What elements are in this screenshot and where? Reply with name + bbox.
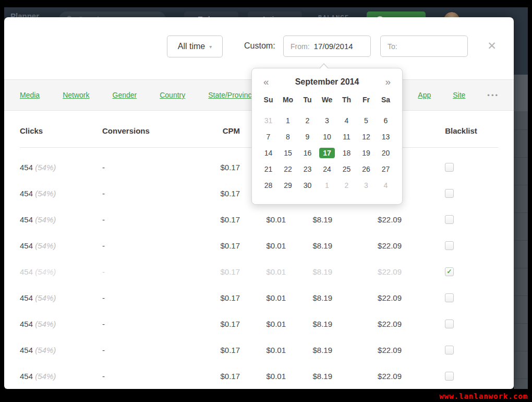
cell-conversions: - [102, 337, 105, 363]
table-row: 454 (54%)-$0.17$0.01$8.19$22.09 [4, 233, 514, 259]
blacklist-checkbox[interactable] [445, 215, 454, 224]
calendar-day[interactable]: 22 [278, 161, 298, 177]
blacklist-checkbox[interactable] [445, 372, 454, 381]
cell-money-value: $0.17 [188, 233, 240, 259]
blacklist-checkbox[interactable] [445, 189, 454, 198]
tab-media[interactable]: Media [20, 91, 40, 99]
calendar-day[interactable]: 20 [376, 145, 396, 161]
custom-label: Custom: [244, 41, 275, 51]
cell-money-value: $0.17 [188, 181, 240, 207]
blacklist-checkbox[interactable] [445, 320, 454, 328]
calendar-day[interactable]: 14 [259, 145, 279, 161]
table-row: 454 (54%)-$0.17$0.01$8.19$22.09 [4, 337, 514, 363]
cell-money-value: $0.01 [234, 207, 286, 233]
weekday-label: Su [259, 92, 279, 107]
cell-money-value: $0.01 [234, 233, 286, 259]
cell-clicks: 454 (54%) [20, 285, 56, 311]
cell-clicks-percent: (54%) [35, 189, 56, 198]
blacklist-checkbox[interactable] [445, 293, 454, 302]
column-header-blacklist: Blacklist [435, 126, 487, 135]
calendar-day[interactable]: 29 [278, 177, 298, 193]
calendar-day[interactable]: 30 [298, 177, 318, 193]
weekday-label: Fr [356, 92, 376, 107]
chevron-down-icon: ▾ [209, 44, 212, 50]
calendar-day[interactable]: 31 [259, 112, 279, 128]
table-row: 454 (54%)-$0.17$0.01$8.19$22.09 [4, 311, 514, 337]
prev-month-icon[interactable]: « [263, 77, 269, 87]
cell-clicks-percent: (54%) [35, 215, 56, 224]
tab-gender[interactable]: Gender [113, 91, 137, 99]
calendar-day[interactable]: 25 [337, 161, 357, 177]
calendar-month-title: September 2014 [269, 77, 385, 87]
blacklist-checkbox[interactable] [445, 163, 454, 172]
calendar-day[interactable]: 24 [317, 161, 337, 177]
calendar-day[interactable]: 15 [278, 145, 298, 161]
cell-money-value: $0.17 [188, 311, 240, 337]
tab-country[interactable]: Country [160, 91, 185, 99]
calendar-day[interactable]: 9 [298, 128, 318, 145]
table-row: 454 (54%)-$0.17$0.01$8.19$22.09 [4, 285, 514, 311]
calendar-day[interactable]: 1 [278, 112, 298, 128]
calendar-day[interactable]: 12 [356, 128, 376, 145]
tab-network[interactable]: Network [63, 91, 89, 99]
calendar-day[interactable]: 4 [376, 177, 396, 193]
calendar-day-grid: 3112345678910111213141516171819202122232… [252, 112, 402, 193]
cell-money-value: $8.19 [280, 363, 332, 389]
calendar-day-selected[interactable]: 17 [317, 145, 337, 161]
calendar-day[interactable]: 23 [298, 161, 318, 177]
column-header-clicks: Clicks [20, 126, 43, 135]
calendar-day[interactable]: 27 [376, 161, 396, 177]
cell-money-value: $8.19 [280, 233, 332, 259]
cell-clicks-percent: (54%) [35, 293, 56, 302]
weekday-label: Sa [376, 92, 396, 107]
blacklist-checkbox-checked[interactable]: ✓ [445, 267, 454, 276]
blacklist-checkbox[interactable] [445, 346, 454, 354]
calendar-day[interactable]: 2 [337, 177, 357, 193]
calendar-day[interactable]: 21 [259, 161, 279, 177]
close-icon[interactable]: ✕ [485, 39, 499, 53]
cell-money-value: $0.17 [188, 337, 240, 363]
calendar-day[interactable]: 13 [376, 128, 396, 145]
calendar-day[interactable]: 28 [259, 177, 279, 193]
cell-money-value: $22.09 [349, 285, 402, 311]
cell-money-value: $0.17 [188, 363, 240, 389]
next-month-icon[interactable]: » [385, 77, 391, 87]
calendar-day[interactable]: 3 [317, 112, 337, 128]
tab-state-province[interactable]: State/Province [208, 91, 256, 99]
weekday-label: Th [337, 92, 357, 107]
calendar-day[interactable]: 4 [337, 112, 357, 128]
calendar-day[interactable]: 26 [356, 161, 376, 177]
from-date-input[interactable]: From: 17/09/2014 [283, 36, 371, 57]
calendar-day[interactable]: 3 [356, 177, 376, 193]
calendar-day[interactable]: 11 [337, 128, 357, 145]
cell-conversions: - [102, 259, 105, 285]
cell-clicks: 454 (54%) [20, 233, 56, 259]
cell-conversions: - [102, 155, 105, 181]
cell-money-value: $0.17 [188, 155, 240, 181]
calendar-day[interactable]: 1 [317, 177, 337, 193]
cell-clicks: 454 (54%) [20, 207, 56, 233]
calendar-day[interactable]: 19 [356, 145, 376, 161]
calendar-day[interactable]: 16 [298, 145, 318, 161]
more-tabs-icon[interactable]: ••• [487, 91, 499, 99]
blacklist-checkbox[interactable] [445, 241, 454, 250]
calendar-day[interactable]: 8 [278, 128, 298, 145]
calendar-day[interactable]: 18 [337, 145, 357, 161]
tab-site[interactable]: Site [453, 91, 465, 99]
date-range-dropdown[interactable]: All time ▾ [167, 36, 223, 57]
tab-app[interactable]: App [418, 91, 431, 99]
calendar-day[interactable]: 2 [298, 112, 318, 128]
table-row: 454 (54%)-$0.17$0.01$8.19$22.09 [4, 207, 514, 233]
calendar-day[interactable]: 10 [317, 128, 337, 145]
calendar-day[interactable]: 5 [356, 112, 376, 128]
cell-conversions: - [102, 285, 105, 311]
cell-money-value: $8.19 [280, 207, 332, 233]
cell-money-value: $22.09 [349, 207, 402, 233]
weekday-label: Tu [298, 92, 318, 107]
to-date-input[interactable]: To: [380, 36, 468, 57]
calendar-day[interactable]: 6 [376, 112, 396, 128]
calendar-day[interactable]: 7 [259, 128, 279, 145]
cell-clicks: 454 (54%) [20, 181, 56, 207]
cell-money-value: $0.01 [234, 363, 286, 389]
cell-money-value: $0.01 [234, 337, 286, 363]
